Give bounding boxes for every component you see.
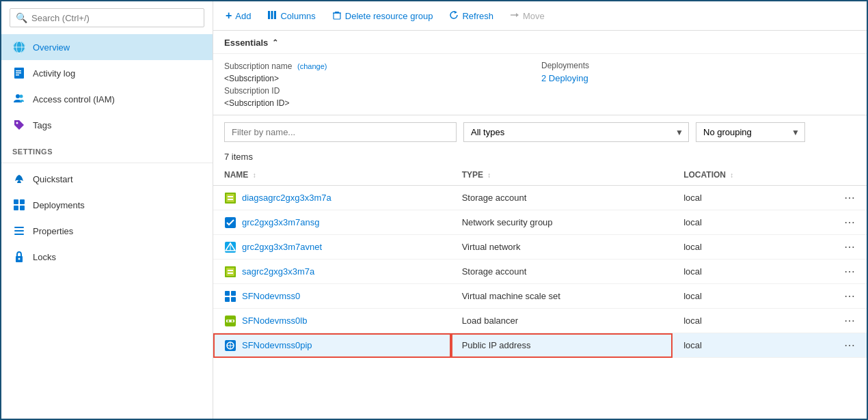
columns-button[interactable]: Columns (266, 8, 316, 25)
table-row: sagrc2gxg3x3m7a Storage accountlocal⋯ (213, 260, 867, 284)
svg-rect-44 (231, 297, 236, 302)
resource-link[interactable]: SFNodevmss0 (242, 291, 300, 301)
name-sort-icon: ↕ (253, 171, 256, 179)
resources-table-container: NAME ↕ TYPE ↕ LOCATION ↕ diagsagrc2 (213, 165, 867, 419)
resource-link[interactable]: SFNodevmss0lb (242, 316, 307, 326)
svg-rect-42 (231, 291, 236, 296)
delete-button[interactable]: Delete resource group (331, 8, 435, 25)
resource-icon (224, 266, 236, 278)
activity-icon (12, 66, 26, 80)
svg-rect-16 (14, 230, 24, 232)
resource-name-cell: SFNodevmss0pip (213, 333, 451, 358)
more-actions-button[interactable]: ⋯ (844, 314, 856, 327)
more-actions-button[interactable]: ⋯ (844, 191, 856, 204)
refresh-button[interactable]: Refresh (448, 8, 495, 25)
overview-icon (12, 40, 26, 54)
activity-log-label: Activity log (33, 68, 75, 79)
refresh-label: Refresh (462, 11, 493, 21)
tags-label: Tags (33, 120, 51, 130)
resource-actions-cell: ⋯ (805, 309, 867, 333)
settings-section-title: SETTINGS (1, 138, 213, 160)
resource-link[interactable]: grc2gxg3x3m7avnet (242, 242, 322, 252)
essentials-right: Deployments 2 Deploying (541, 61, 856, 108)
sidebar-item-quickstart[interactable]: Quickstart (1, 166, 213, 192)
resource-location-cell: local (673, 235, 805, 260)
location-sort-icon: ↕ (730, 171, 733, 179)
more-actions-button[interactable]: ⋯ (844, 240, 856, 253)
resource-icon (224, 315, 236, 327)
resource-type-cell: Storage account (451, 186, 673, 210)
overview-label: Overview (33, 42, 70, 53)
iam-icon (12, 92, 26, 106)
sub-name-change-link[interactable]: (change) (297, 62, 327, 70)
svg-point-8 (16, 94, 20, 98)
resource-actions-cell: ⋯ (805, 235, 867, 260)
resource-name-cell: sagrc2gxg3x3m7a (213, 260, 451, 284)
sidebar-item-overview[interactable]: Overview (1, 34, 213, 60)
resource-link[interactable]: sagrc2gxg3x3m7a (242, 266, 314, 277)
col-name-header[interactable]: NAME ↕ (213, 165, 451, 186)
resource-link[interactable]: diagsagrc2gxg3x3m7a (242, 193, 331, 203)
resource-actions-cell: ⋯ (805, 284, 867, 309)
svg-rect-15 (14, 227, 24, 228)
move-label: Move (523, 11, 545, 21)
items-count: 7 items (213, 149, 867, 165)
sidebar: 🔍 Overview Activity log (1, 1, 213, 419)
sidebar-item-deployments[interactable]: Deployments (1, 192, 213, 218)
quickstart-icon (12, 172, 26, 186)
deployments-value[interactable]: 2 Deploying (541, 73, 856, 83)
resource-type-cell: Public IP address (451, 333, 673, 358)
essentials-collapse-icon[interactable]: ⌃ (272, 38, 278, 47)
search-box[interactable]: 🔍 (10, 8, 204, 27)
sidebar-item-activity-log[interactable]: Activity log (1, 60, 213, 86)
columns-icon (267, 10, 277, 22)
resource-link[interactable]: grc2gxg3x3m7ansg (242, 217, 319, 227)
more-actions-button[interactable]: ⋯ (844, 339, 856, 352)
resource-name-cell: SFNodevmss0lb (213, 309, 451, 333)
essentials-left: Subscription name (change) <Subscription… (224, 61, 539, 108)
quickstart-label: Quickstart (33, 174, 73, 184)
sidebar-item-tags[interactable]: Tags (1, 112, 213, 138)
table-row: SFNodevmss0pip Public IP addresslocal⋯ (213, 333, 867, 358)
grouping-select-wrapper: No grouping ▼ (696, 122, 805, 142)
essentials-title: Essentials (224, 38, 268, 48)
svg-rect-43 (225, 297, 230, 302)
sidebar-item-locks[interactable]: Locks (1, 244, 213, 270)
add-button[interactable]: + Add (224, 7, 252, 25)
resource-link[interactable]: SFNodevmss0pip (242, 340, 312, 350)
sidebar-item-iam[interactable]: Access control (IAM) (1, 86, 213, 112)
resource-location-cell: local (673, 186, 805, 210)
resource-location-cell: local (673, 260, 805, 284)
table-row: SFNodevmss0 Virtual machine scale setloc… (213, 284, 867, 309)
grouping-select[interactable]: No grouping (696, 122, 805, 142)
more-actions-button[interactable]: ⋯ (844, 265, 856, 278)
search-input[interactable] (31, 13, 198, 23)
svg-rect-17 (14, 234, 24, 235)
deployments-label: Deployments (541, 61, 856, 70)
search-icon: 🔍 (16, 12, 27, 23)
essentials-header: Essentials ⌃ (213, 31, 867, 54)
type-sort-icon: ↕ (487, 171, 491, 179)
types-select[interactable]: All types (463, 122, 689, 142)
sub-name-value: <Subscription> (224, 74, 539, 83)
table-row: SFNodevmss0lb Load balancerlocal⋯ (213, 309, 867, 333)
more-actions-button[interactable]: ⋯ (844, 216, 856, 229)
properties-label: Properties (33, 226, 73, 236)
svg-rect-32 (228, 199, 233, 200)
columns-label: Columns (280, 11, 315, 21)
svg-rect-12 (20, 199, 25, 204)
locks-label: Locks (33, 252, 56, 262)
move-button[interactable]: Move (508, 8, 546, 25)
col-type-header[interactable]: TYPE ↕ (451, 165, 673, 186)
svg-rect-30 (226, 194, 234, 202)
col-location-header[interactable]: LOCATION ↕ (673, 165, 805, 186)
svg-rect-7 (16, 74, 19, 76)
resource-location-cell: local (673, 210, 805, 235)
filter-input[interactable] (224, 122, 457, 142)
resource-icon (224, 290, 236, 303)
more-actions-button[interactable]: ⋯ (844, 290, 856, 303)
sidebar-item-properties[interactable]: Properties (1, 218, 213, 244)
svg-rect-41 (225, 291, 230, 296)
svg-rect-39 (228, 270, 233, 271)
svg-marker-26 (455, 11, 457, 14)
